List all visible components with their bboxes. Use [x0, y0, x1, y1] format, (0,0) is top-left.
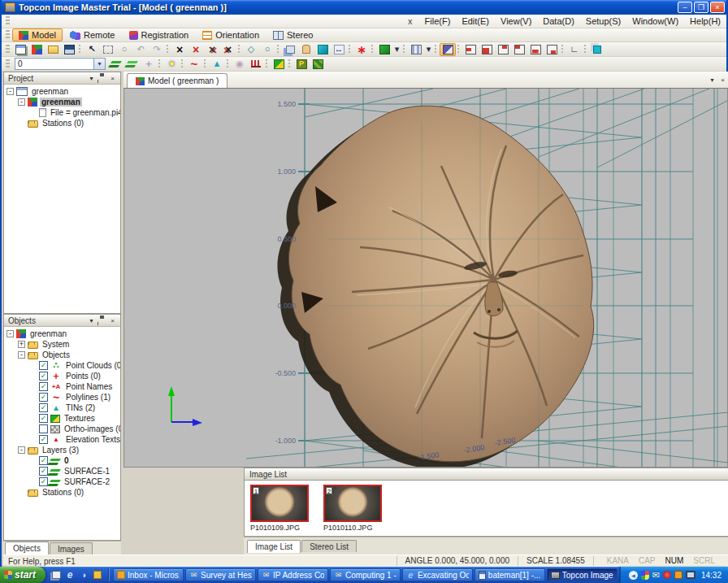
ortho-grid-button[interactable]: [310, 58, 326, 71]
toolbar-button[interactable]: [236, 43, 243, 56]
undo-button[interactable]: ↶: [132, 43, 149, 56]
visibility-checkbox[interactable]: [39, 467, 48, 476]
menu-window[interactable]: Window(W): [626, 15, 684, 28]
security-shield-icon[interactable]: [641, 571, 649, 580]
toolbar-button[interactable]: [202, 58, 209, 71]
visibility-checkbox[interactable]: [39, 382, 48, 391]
task-excavating[interactable]: e Excavating Oc...: [402, 568, 473, 581]
tree-item[interactable]: Ortho-images (0): [4, 424, 120, 434]
tin-button[interactable]: ▲: [209, 58, 225, 71]
delete-outside-button[interactable]: ×: [220, 43, 236, 56]
menu-data[interactable]: Data(D): [537, 15, 580, 28]
zoom-extent-button[interactable]: ↔: [331, 43, 347, 56]
visibility-checkbox[interactable]: [39, 435, 48, 444]
view-top-button[interactable]: [511, 43, 527, 56]
tree-item[interactable]: File = greenman.pi4: [4, 107, 120, 118]
chevron-down-icon[interactable]: ▾: [86, 315, 97, 325]
toolbar-button[interactable]: [77, 43, 84, 56]
messenger-icon[interactable]: [674, 571, 682, 579]
new-model-button[interactable]: [28, 43, 45, 56]
delete-button[interactable]: ×: [171, 43, 188, 56]
toolbar-button[interactable]: [264, 58, 271, 71]
ie-icon[interactable]: e: [64, 569, 76, 581]
axis-button[interactable]: ∟: [566, 43, 583, 56]
visibility-checkbox[interactable]: [39, 361, 48, 370]
tree-item[interactable]: Textures: [4, 413, 120, 424]
point-button[interactable]: [163, 58, 180, 71]
tab-images[interactable]: Images: [50, 542, 93, 555]
tree-item[interactable]: 0: [4, 455, 120, 466]
menu-setup[interactable]: Setup(S): [580, 15, 626, 28]
walkthrough-button[interactable]: [589, 43, 605, 56]
msn-icon[interactable]: ◗: [79, 569, 90, 581]
tree-item[interactable]: Polylines (1): [4, 392, 120, 402]
redo-button[interactable]: ↷: [149, 43, 165, 56]
task-topcon[interactable]: Topcon Image...: [547, 568, 618, 581]
chevron-down-icon[interactable]: ▾: [86, 73, 97, 83]
delete-inside-button[interactable]: ×: [204, 43, 220, 56]
toolbar-button[interactable]: [433, 43, 440, 56]
visibility-checkbox[interactable]: [39, 477, 48, 486]
minimize-button[interactable]: –: [678, 2, 692, 13]
open-button[interactable]: [45, 43, 61, 56]
pan-button[interactable]: [298, 43, 314, 56]
toolbar-button[interactable]: [370, 43, 376, 56]
visibility-checkbox[interactable]: [39, 393, 48, 402]
menu-edit[interactable]: Edit(E): [456, 15, 495, 28]
pin-icon[interactable]: [97, 73, 107, 83]
view-right-button[interactable]: [544, 43, 560, 56]
task-survey[interactable]: ✉ Survey at Hes...: [185, 568, 256, 581]
task-computing[interactable]: ✉ Computing 1 -...: [330, 568, 401, 581]
copy-view-button[interactable]: [282, 43, 298, 56]
mode-registration-button[interactable]: Registration: [123, 28, 196, 41]
expander-icon[interactable]: [18, 446, 25, 454]
visibility-checkbox[interactable]: [39, 424, 48, 433]
toolbar-button[interactable]: [401, 43, 408, 56]
menu-view[interactable]: View(V): [495, 15, 537, 28]
show-desktop-icon[interactable]: [52, 571, 61, 579]
toolbar-button[interactable]: [347, 43, 353, 56]
polyline-button[interactable]: ~: [186, 58, 202, 71]
tree-item[interactable]: greenman: [4, 86, 120, 97]
close-button[interactable]: ×: [710, 2, 725, 13]
task-ip-address[interactable]: ✉ IP Address Co...: [258, 568, 328, 581]
expander-icon[interactable]: [18, 341, 25, 348]
contour-button[interactable]: ◉: [232, 58, 248, 71]
expander-icon[interactable]: [6, 330, 14, 337]
close-icon[interactable]: ×: [717, 75, 728, 85]
visibility-checkbox[interactable]: [39, 403, 48, 412]
toolbar-button[interactable]: [165, 43, 171, 56]
tree-item[interactable]: Objects: [4, 350, 120, 360]
expander-icon[interactable]: [18, 98, 25, 106]
shading-dropdown[interactable]: ▾: [392, 43, 401, 56]
antivirus-icon[interactable]: [663, 571, 671, 579]
toolbar-button[interactable]: [225, 58, 232, 71]
tree-item[interactable]: Points (0): [4, 371, 120, 381]
rotate-button[interactable]: [314, 43, 331, 56]
combo-dropdown-icon[interactable]: ▾: [93, 59, 105, 69]
tab-stereo-list[interactable]: Stereo List: [301, 540, 357, 552]
tree-item[interactable]: Stations (0): [4, 487, 120, 498]
tree-item[interactable]: TINs (2): [4, 402, 120, 413]
mail-tray-icon[interactable]: ✉: [652, 570, 660, 581]
tab-objects[interactable]: Objects: [5, 542, 49, 555]
grid-dropdown[interactable]: ▾: [424, 43, 433, 56]
shading-mode-button[interactable]: [376, 43, 392, 56]
layer-combo[interactable]: 0 ▾: [15, 58, 106, 70]
view-bottom-button[interactable]: [527, 43, 544, 56]
toolbar-button[interactable]: [456, 43, 462, 56]
tree-item[interactable]: Point Names: [4, 381, 120, 392]
close-icon[interactable]: ×: [107, 73, 118, 83]
expander-icon[interactable]: [18, 351, 25, 359]
task-bateman[interactable]: bateman[1] -...: [474, 568, 545, 581]
texture-button[interactable]: [271, 58, 287, 71]
menu-file[interactable]: File(F): [419, 15, 457, 28]
tree-item[interactable]: Stations (0): [4, 118, 120, 128]
image-thumbnail-item[interactable]: 1 P1010109.JPG: [250, 485, 309, 536]
rect-select-button[interactable]: [100, 43, 116, 56]
close-icon[interactable]: ×: [107, 315, 118, 325]
grid-display-button[interactable]: [408, 43, 424, 56]
restore-button[interactable]: ❐: [694, 2, 708, 13]
photo-grid-button[interactable]: P: [293, 58, 310, 71]
new-project-button[interactable]: [12, 43, 28, 56]
